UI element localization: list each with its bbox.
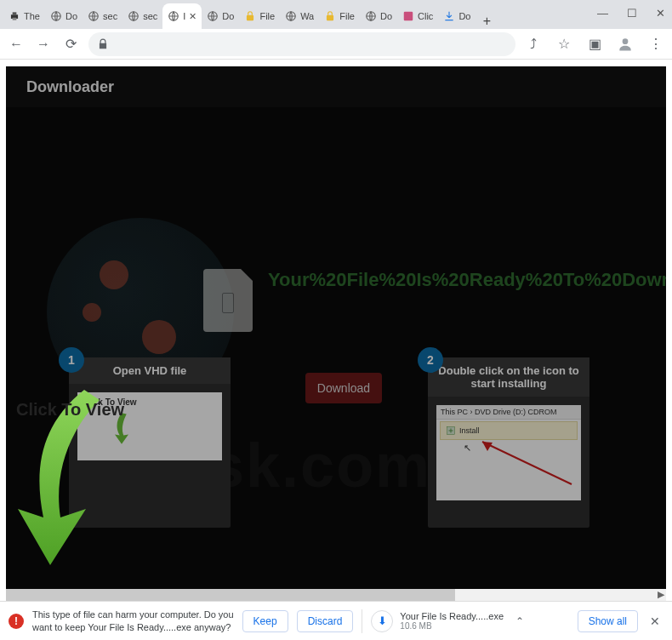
browser-tab[interactable]: Do: [360, 3, 397, 29]
site-title: Downloader: [26, 78, 114, 96]
lock-icon: [97, 38, 109, 50]
download-shelf: ! This type of file can harm your comput…: [0, 601, 672, 640]
tab-label: sec: [143, 11, 157, 21]
browser-tab[interactable]: sec: [122, 3, 162, 29]
install-label: Install: [459, 426, 480, 435]
browser-tab[interactable]: The: [3, 3, 45, 29]
tab-label: Clic: [418, 11, 433, 21]
divider: [362, 609, 362, 633]
address-bar[interactable]: [88, 32, 515, 56]
watermark-dot: [83, 303, 101, 322]
step-title-1: Open VHD file: [69, 357, 231, 384]
tab-label: Do: [458, 11, 470, 21]
warning-text: This type of file can harm your computer…: [32, 609, 234, 634]
tab-label: Do: [65, 11, 77, 21]
tab-label: The: [24, 11, 40, 21]
tab-favicon-icon: [285, 10, 297, 22]
download-item[interactable]: ⬇ Your File Is Ready.....exe 10.6 MB ⌃: [371, 610, 529, 632]
browser-tab[interactable]: Wa: [280, 3, 319, 29]
step-badge-1: 1: [59, 347, 84, 373]
close-shelf-icon[interactable]: ✕: [646, 614, 663, 628]
tab-close-icon[interactable]: ✕: [189, 11, 196, 22]
download-chevron-icon[interactable]: ⌃: [510, 615, 529, 627]
window-close[interactable]: ✕: [656, 7, 665, 20]
watermark-dot: [142, 320, 176, 354]
warning-line-1: This type of file can harm your computer…: [32, 609, 234, 621]
page-viewport: Downloader sk.com Your%20File%20Is%20Rea…: [6, 66, 666, 589]
horizontal-scrollbar[interactable]: ▶: [6, 589, 666, 601]
tab-favicon-icon: [128, 10, 140, 22]
zip-file-icon: [203, 269, 253, 332]
watermark-dot: [100, 260, 128, 289]
download-file-icon: ⬇: [371, 610, 393, 632]
installer-icon: [446, 426, 456, 436]
download-button[interactable]: Download: [305, 373, 382, 403]
nav-forward[interactable]: →: [34, 35, 53, 54]
nav-reload[interactable]: ⟳: [61, 35, 80, 54]
tab-favicon-icon: [244, 10, 256, 22]
step-card-2: 2 Double click on the icon to start inst…: [428, 357, 589, 528]
download-size: 10.6 MB: [400, 621, 504, 631]
svg-rect-10: [327, 15, 333, 20]
click-to-view-label: Click To View: [16, 400, 124, 420]
profile-avatar-icon[interactable]: [616, 35, 635, 54]
browser-tab[interactable]: Do: [45, 3, 83, 29]
crumb-this-pc: This PC: [441, 408, 468, 416]
tab-favicon-icon: [50, 10, 62, 22]
tab-label: Wa: [300, 11, 314, 21]
cursor-icon: ↖: [464, 443, 471, 454]
scrollbar-thumb[interactable]: [6, 589, 455, 601]
svg-line-15: [482, 442, 572, 484]
tab-favicon-icon: [88, 10, 100, 22]
browser-tab[interactable]: File: [319, 3, 360, 29]
tab-strip: TheDosecsecI✕DoFileWaFileDoClicDo+: [0, 0, 672, 29]
tab-favicon-icon: [324, 10, 336, 22]
browser-tab[interactable]: sec: [83, 3, 122, 29]
bookmark-star-icon[interactable]: ☆: [555, 35, 573, 54]
headline-text: Your%20File%20Is%20Ready%20To%20Down: [268, 269, 666, 291]
tab-favicon-icon: [168, 10, 179, 22]
tab-label: Do: [222, 11, 234, 21]
tab-label: Do: [380, 11, 392, 21]
discard-button[interactable]: Discard: [297, 610, 354, 632]
watermark-text: sk.com: [210, 431, 431, 500]
step-badge-2: 2: [418, 347, 443, 373]
tab-label: File: [339, 11, 355, 21]
tab-favicon-icon: [365, 10, 377, 22]
tab-label: File: [259, 11, 275, 21]
red-arrow-icon: [474, 437, 576, 489]
new-tab-button[interactable]: +: [476, 14, 498, 29]
window-maximize[interactable]: ☐: [627, 7, 637, 20]
browser-tab[interactable]: Do: [202, 3, 239, 29]
step2-screenshot: This PC › DVD Drive (D:) CDROM Install ↖: [436, 405, 581, 500]
share-icon[interactable]: ⤴: [524, 35, 543, 54]
keep-button[interactable]: Keep: [242, 610, 288, 632]
tab-favicon-icon: [207, 10, 219, 22]
tab-favicon-icon: [9, 10, 20, 22]
svg-rect-1: [13, 12, 17, 14]
explorer-breadcrumb: This PC › DVD Drive (D:) CDROM: [436, 405, 581, 420]
download-filename: Your File Is Ready.....exe: [400, 611, 504, 621]
kebab-menu-icon[interactable]: ⋮: [646, 35, 665, 54]
crumb-drive: DVD Drive (D:) CDROM: [475, 408, 557, 416]
browser-tab[interactable]: Clic: [397, 3, 438, 29]
svg-rect-2: [13, 18, 17, 20]
show-all-button[interactable]: Show all: [578, 610, 638, 632]
window-minimize[interactable]: —: [597, 7, 608, 20]
warning-icon: !: [9, 614, 24, 629]
browser-tab[interactable]: File: [239, 3, 280, 29]
step-title-2: Double click on the icon to start instal…: [428, 357, 589, 397]
site-banner: Downloader: [6, 66, 666, 107]
nav-back[interactable]: ←: [7, 35, 26, 54]
extensions-icon[interactable]: ▣: [585, 35, 604, 54]
browser-tab[interactable]: I✕: [162, 3, 202, 29]
svg-rect-12: [404, 12, 413, 21]
tab-favicon-icon: [402, 10, 414, 22]
svg-point-13: [623, 38, 629, 44]
browser-tab[interactable]: Do: [438, 3, 476, 29]
warning-line-2: want to keep Your File Is Ready.....exe …: [32, 621, 234, 634]
tab-favicon-icon: [443, 10, 455, 22]
svg-rect-8: [247, 15, 253, 20]
tab-label: sec: [103, 11, 117, 21]
scrollbar-right-arrow[interactable]: ▶: [658, 589, 664, 600]
